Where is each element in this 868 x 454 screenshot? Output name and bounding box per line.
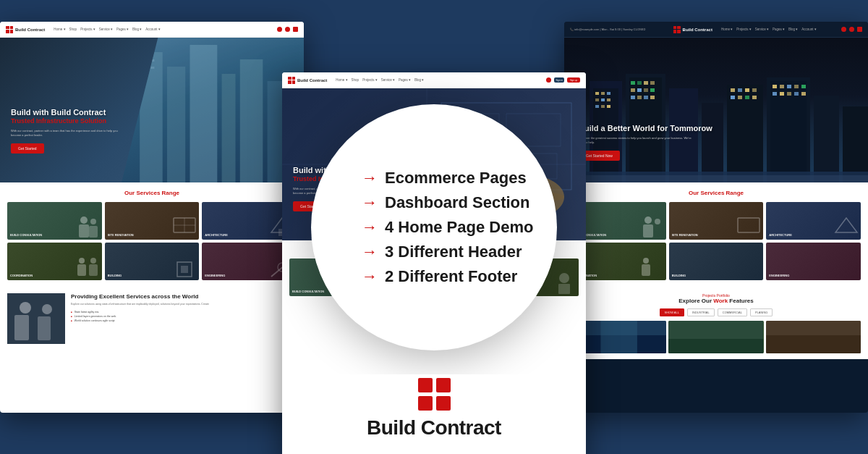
svg-rect-31	[38, 316, 51, 340]
right-cart-icon	[849, 27, 854, 32]
arrow-icon-3: →	[362, 218, 378, 237]
svg-rect-114	[600, 321, 637, 353]
svg-rect-75	[637, 96, 642, 99]
svg-rect-4	[240, 59, 263, 182]
svg-point-12	[90, 219, 96, 224]
center-signup-btn: Sign up	[567, 77, 580, 83]
svg-rect-118	[766, 335, 861, 353]
preview-right: 📞 info@example.com | Mon - Sat 9.00 | Su…	[564, 22, 868, 413]
filter-commercial[interactable]: COMMERCIAL	[718, 308, 747, 316]
right-logo-sq-2	[677, 26, 681, 30]
explore-item-3	[766, 321, 861, 353]
nav-account: Account ▾	[145, 28, 161, 31]
svg-rect-76	[644, 96, 648, 99]
bottom-logo-icon	[418, 378, 451, 411]
left-hero-desc: With our contract, partner with a team t…	[11, 129, 127, 138]
center-logo-sq-1	[288, 77, 292, 80]
left-hero-subtitle: Trusted Infrastructure Solution	[11, 117, 127, 126]
svg-rect-68	[644, 81, 648, 85]
svg-rect-93	[787, 85, 791, 88]
left-services: Our Services Range BUILD CONSULTATION SI…	[0, 182, 304, 287]
feature-item-ecommerce: → Ecommerce Pages	[362, 169, 533, 188]
svg-point-110	[643, 258, 649, 264]
service-label-4: COORDINATION	[10, 274, 33, 277]
filter-show-all[interactable]: SHOW ALL	[660, 308, 684, 316]
left-about-desc: Explore our solutions using state-of-inf…	[71, 303, 209, 306]
right-service-item-2: SITE RENOVATION	[669, 202, 764, 240]
feature-label-dashboard: Dashboard Section	[385, 193, 529, 212]
logo-sq-3	[6, 30, 9, 33]
svg-rect-72	[644, 88, 648, 92]
svg-rect-99	[794, 92, 799, 96]
center-nav-home: Home ▾	[336, 78, 347, 82]
feature-item-header: → 3 Different Header	[362, 243, 533, 261]
search-icon	[277, 27, 282, 32]
svg-rect-29	[14, 315, 29, 340]
nav-pages: Pages ▾	[116, 28, 129, 31]
svg-rect-55	[595, 92, 599, 95]
right-explore-grid	[571, 321, 861, 353]
right-nav-pages: Pages ▾	[773, 28, 785, 31]
right-service-item-5: BUILDING	[669, 243, 764, 280]
service-item-1: BUILD CONSULTATION	[7, 202, 102, 240]
svg-rect-116	[668, 339, 763, 353]
service-label-1: BUILD CONSULTATION	[10, 233, 42, 237]
svg-rect-3	[222, 74, 236, 182]
right-service-label-3: ARCHITECTURE	[769, 233, 792, 237]
bottom-logo-sq-2	[436, 378, 451, 392]
center-logo-sq-4	[292, 80, 296, 84]
about-list-item-3: World solution continues agile script	[71, 319, 209, 323]
svg-rect-74	[631, 96, 635, 99]
left-about-content: Providing Excellent Services across the …	[7, 293, 297, 344]
feature-item-dashboard: → Dashboard Section	[362, 193, 533, 212]
left-nav-links: Home ▾ Shop Projects ▾ Service ▾ Pages ▾…	[54, 28, 160, 31]
left-hero-title: Build with Build Contract	[11, 107, 127, 117]
svg-rect-97	[780, 92, 784, 96]
center-nav-links: Home ▾ Shop Projects ▾ Service ▾ Pages ▾…	[336, 78, 424, 82]
center-logo: Build Contract	[288, 77, 327, 84]
right-explore-filters: SHOW ALL INDUSTRIAL COMMERCIAL PLANING	[571, 308, 861, 316]
svg-rect-83	[745, 88, 749, 92]
svg-rect-59	[601, 98, 605, 101]
right-service-item-6: ENGINEERING	[766, 243, 861, 280]
svg-rect-111	[642, 264, 650, 276]
right-service-label-2: SITE RENOVATION	[672, 233, 698, 237]
left-nav-icons	[277, 27, 298, 32]
service-item-4: COORDINATION	[7, 243, 102, 280]
right-service-label-5: BUILDING	[672, 274, 686, 277]
center-logo-sq-2	[292, 77, 296, 80]
svg-rect-67	[637, 81, 642, 85]
arrow-icon-1: →	[362, 169, 378, 188]
right-search-icon	[841, 27, 846, 32]
svg-rect-84	[752, 88, 757, 92]
center-nav-shop: Shop	[352, 78, 359, 82]
svg-rect-24	[181, 266, 188, 273]
nav-home: Home ▾	[54, 28, 65, 31]
right-nav-icons	[841, 27, 862, 32]
right-services-title: Our Services Range	[571, 190, 861, 196]
svg-rect-20	[77, 264, 86, 276]
center-search-icon	[546, 77, 551, 83]
bottom-logo-sq-1	[418, 378, 433, 392]
right-hero: Build a Better World for Tommorow Discov…	[564, 38, 868, 182]
center-nav-pages: Pages ▾	[399, 78, 411, 82]
right-hero-desc: Discover the greatest success stories to…	[579, 136, 694, 145]
filter-planing[interactable]: PLANING	[750, 308, 773, 316]
filter-industrial[interactable]: INDUSTRIAL	[687, 308, 715, 316]
svg-point-21	[90, 258, 96, 264]
nav-blog: Blog ▾	[132, 28, 142, 31]
left-logo: Build Contract	[6, 26, 45, 33]
preview-left: Build Contract Home ▾ Shop Projects ▾ Se…	[0, 22, 304, 413]
svg-rect-63	[607, 105, 610, 108]
feature-label-footer: 2 Different Footer	[385, 267, 517, 286]
svg-rect-102	[843, 106, 868, 182]
logo-sq-2	[10, 26, 14, 30]
left-hero-content: Build with Build Contract Trusted Infras…	[11, 107, 127, 154]
center-brand: Build Contract	[297, 78, 327, 83]
svg-point-105	[644, 217, 652, 224]
service-label-6: ENGINEERING	[205, 274, 225, 277]
right-brand: Build Contract	[683, 28, 712, 32]
left-about-text: Providing Excellent Services across the …	[71, 293, 209, 344]
svg-rect-87	[745, 96, 749, 99]
svg-rect-58	[595, 98, 599, 101]
